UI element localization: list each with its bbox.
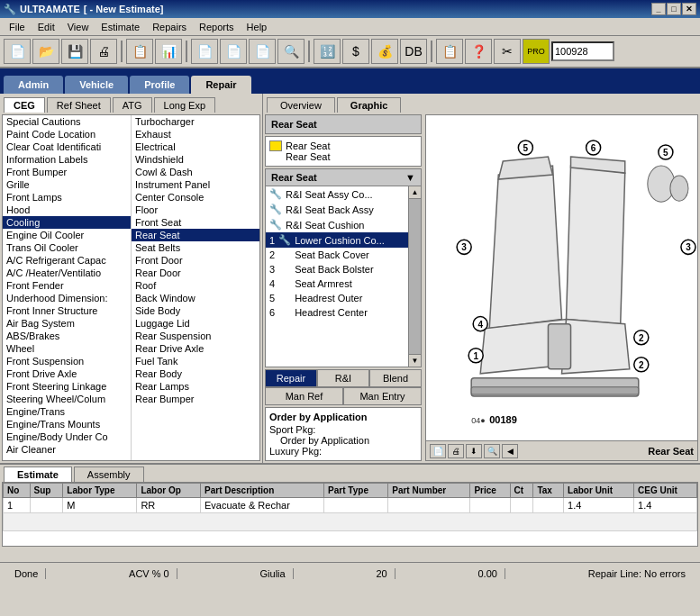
menu-edit[interactable]: Edit [32,20,60,34]
list-item[interactable]: Grille [3,178,131,191]
menu-estimate[interactable]: Estimate [95,20,145,34]
list-item[interactable]: Steering Wheel/Colum [3,393,131,405]
list-item[interactable]: Rear Drive Axle [132,342,259,355]
minimize-button[interactable]: _ [651,3,666,15]
help-button[interactable]: ❓ [465,39,492,64]
blend-button[interactable]: Blend [369,369,422,387]
list-item[interactable]: Engine/Body Under Co [3,430,131,443]
menu-help[interactable]: Help [241,20,273,34]
parts-scrollbar[interactable]: ▲ ▼ [408,186,421,367]
list-item[interactable]: Special Cautions [3,115,131,128]
list-item[interactable]: Front Lamps [3,191,131,204]
data-button[interactable]: DB [400,39,427,64]
new-button[interactable]: 📄 [4,39,31,64]
money-button[interactable]: 💰 [371,39,398,64]
list-item-rear-seat[interactable]: Rear Seat [132,229,259,241]
list-item[interactable]: Exhaust [132,128,259,140]
tab-profile[interactable]: Profile [130,76,189,94]
list-item[interactable]: Electrical [132,140,259,153]
list-item[interactable]: A/C Refrigerant Capac [3,254,131,267]
list-item[interactable]: Air Bag System [3,317,131,330]
parts-list-item[interactable]: 5 Headrest Outer [266,291,408,305]
close-button[interactable]: ✕ [682,3,696,15]
subtab-longexp[interactable]: Long Exp [154,97,215,113]
toolbar-btn-5[interactable]: 📋 [126,39,153,64]
list-item[interactable]: Front Steering Linkage [3,380,131,393]
graphic-btn-left[interactable]: ◀ [502,444,518,458]
tree-child-item[interactable]: Rear Seat [286,151,417,162]
list-item[interactable]: Clear Coat Identificati [3,140,131,153]
list-item[interactable]: Air Cleaner [3,443,131,456]
list-item[interactable]: Front Seat [132,216,259,229]
toolbar-btn-6[interactable]: 📊 [155,39,182,64]
list-item[interactable]: Rear Bumper [132,393,259,405]
list-item-cooling[interactable]: Cooling [3,216,131,229]
tab-graphic[interactable]: Graphic [337,97,402,113]
list-item[interactable]: Center Console [132,191,259,204]
list-item[interactable]: Underhood Dimension: [3,292,131,304]
list-item[interactable]: Engine Oil Cooler [3,229,131,241]
list-item[interactable]: Back Window [132,292,259,304]
tab-vehicle[interactable]: Vehicle [65,76,128,94]
open-button[interactable]: 📂 [32,39,59,64]
tab-assembly[interactable]: Assembly [74,467,144,482]
parts-list-item[interactable]: 6 Headrest Center [266,305,408,320]
cut-button[interactable]: ✂ [494,39,521,64]
pro-button[interactable]: PRO [523,39,550,64]
list-item[interactable]: A/C /Heater/Ventilatio [3,267,131,279]
list-item[interactable]: Front Drive Axle [3,367,131,380]
tab-admin[interactable]: Admin [4,76,63,94]
calc-button[interactable]: 🔢 [314,39,341,64]
list-item[interactable]: Engine/Trans Mounts [3,418,131,430]
list-item[interactable]: Windshield [132,153,259,166]
list-item[interactable]: Front Bumper [3,166,131,178]
list-item[interactable]: Roof [132,279,259,292]
parts-list-item[interactable]: 🔧 R&I Seat Back Assy [266,202,408,217]
list-item[interactable]: Rear Lamps [132,380,259,393]
tab-repair[interactable]: Repair [191,76,250,94]
list-item[interactable]: Fuel Tank [132,355,259,367]
man-ref-button[interactable]: Man Ref [265,387,343,405]
menu-view[interactable]: View [62,20,95,34]
repair-button[interactable]: Repair [265,369,317,387]
list-item[interactable]: Front Inner Structure [3,304,131,317]
list-item[interactable]: Rear Door [132,267,259,279]
parts-dropdown-icon[interactable]: ▼ [405,172,415,183]
menu-file[interactable]: File [4,20,31,34]
list-item[interactable]: Paint Code Location [3,128,131,140]
list-item[interactable]: Front Door [132,254,259,267]
toolbar-btn-8[interactable]: 📄 [220,39,247,64]
graphic-btn-2[interactable]: 🖨 [448,444,464,458]
parts-list-item[interactable]: 🔧 R&I Seat Cushion [266,217,408,232]
toolbar-btn-9[interactable]: 📄 [249,39,276,64]
menu-reports[interactable]: Reports [194,20,240,34]
order-item[interactable]: Sport Pkg: [269,424,417,435]
list-item[interactable]: Hood [3,204,131,216]
list-item[interactable]: Front Fender [3,279,131,292]
estimate-row[interactable]: 1 M RR Evacuate & Rechar 1.4 1.4 [4,498,697,513]
tree-root-item[interactable]: Rear Seat [269,140,417,151]
scroll-down[interactable]: ▼ [409,354,421,367]
maximize-button[interactable]: □ [667,3,681,15]
tab-estimate[interactable]: Estimate [4,467,72,482]
calc2-button[interactable]: $ [342,39,369,64]
list-item[interactable]: Front Suspension [3,355,131,367]
subtab-refsheet[interactable]: Ref Sheet [47,97,111,113]
menu-repairs[interactable]: Repairs [147,20,192,34]
list-item[interactable]: Information Labels [3,153,131,166]
graphic-btn-down[interactable]: ⬇ [466,444,482,458]
list-item[interactable]: Trans Oil Cooler [3,241,131,254]
parts-list-item[interactable]: 🔧 R&I Seat Assy Co... [266,186,408,202]
list-item[interactable]: Instrument Panel [132,178,259,191]
order-item-sport[interactable]: Order by Application [280,435,417,446]
estimate-number-input[interactable] [551,41,614,61]
scroll-up[interactable]: ▲ [409,186,421,199]
list-item[interactable]: Wheel [3,342,131,355]
zoom-button[interactable]: 🔍 [277,39,305,64]
parts-list-item[interactable]: 2 Seat Back Cover [266,248,408,262]
list-item[interactable]: Rear Body [132,367,259,380]
graphic-btn-zoom[interactable]: 🔍 [484,444,500,458]
parts-list-item[interactable]: 3 Seat Back Bolster [266,262,408,276]
toolbar-btn-7[interactable]: 📄 [191,39,218,64]
parts-list-item[interactable]: 4 Seat Armrest [266,276,408,291]
